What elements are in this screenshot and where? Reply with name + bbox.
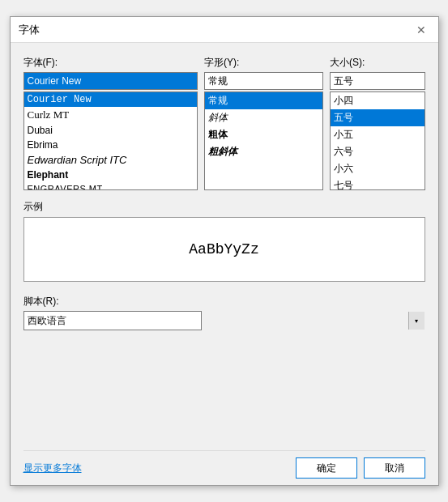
preview-section: 示例 AaBbYyZz	[23, 200, 425, 282]
preview-area: 示例 AaBbYyZz	[23, 200, 425, 282]
style-list-item[interactable]: 粗斜体	[205, 143, 322, 160]
style-list-wrapper: 常规 斜体 粗体 粗斜体	[204, 91, 323, 190]
font-column: 字体(F): Courier New Curlz MT Dubai Ebrima…	[23, 56, 198, 190]
font-list[interactable]: Courier New Curlz MT Dubai Ebrima Edward…	[24, 92, 198, 189]
dialog-body: 字体(F): Courier New Curlz MT Dubai Ebrima…	[11, 43, 438, 485]
preview-label: 示例	[23, 200, 425, 214]
bottom-section: 显示更多字体 确定 取消	[23, 450, 425, 479]
style-list-item[interactable]: 斜体	[205, 109, 322, 126]
size-list-item[interactable]: 小五	[331, 126, 425, 143]
style-column: 字形(Y): 常规 斜体 粗体 粗斜体	[204, 56, 323, 190]
size-list-item[interactable]: 五号	[331, 109, 425, 126]
script-section: 脚本(R): 西欧语言 中文(简体) 中文(繁体) 日语 韩语 ▾	[23, 295, 425, 330]
close-button[interactable]: ✕	[412, 21, 430, 39]
spacer: 显示更多字体 确定 取消	[23, 330, 425, 479]
size-list-wrapper: 小四 五号 小五 六号 小六 七号 八号	[330, 91, 425, 190]
font-list-item[interactable]: Elephant	[24, 168, 198, 182]
preview-text: AaBbYyZz	[189, 241, 258, 257]
font-list-item[interactable]: Dubai	[24, 123, 198, 138]
size-list-item[interactable]: 小六	[331, 160, 425, 177]
style-list-item[interactable]: 粗体	[205, 126, 322, 143]
font-list-item[interactable]: ENGRAVERS MT	[24, 182, 198, 189]
font-dialog: 字体 ✕ 字体(F): Courier New Curlz MT Dubai E…	[10, 16, 439, 486]
dialog-title: 字体	[19, 23, 40, 37]
ok-button[interactable]: 确定	[296, 457, 357, 479]
show-more-fonts-button[interactable]: 显示更多字体	[23, 462, 82, 475]
script-select-wrapper: 西欧语言 中文(简体) 中文(繁体) 日语 韩语 ▾	[23, 311, 425, 330]
style-label: 字形(Y):	[204, 56, 323, 70]
title-bar: 字体 ✕	[11, 17, 438, 43]
font-list-item[interactable]: Ebrima	[24, 138, 198, 152]
cancel-button[interactable]: 取消	[364, 457, 425, 479]
size-label: 大小(S):	[330, 56, 425, 70]
size-column: 大小(S): 小四 五号 小五 六号 小六 七号 八号	[330, 56, 425, 190]
style-list-item[interactable]: 常规	[205, 92, 322, 109]
script-label: 脚本(R):	[23, 295, 425, 308]
font-list-item[interactable]: Curlz MT	[24, 107, 198, 123]
font-list-item[interactable]: Edwardian Script ITC	[24, 152, 198, 168]
chevron-down-icon: ▾	[408, 312, 425, 330]
size-list[interactable]: 小四 五号 小五 六号 小六 七号 八号	[331, 92, 425, 189]
top-section: 字体(F): Courier New Curlz MT Dubai Ebrima…	[23, 56, 425, 190]
font-input[interactable]	[23, 72, 198, 90]
font-label: 字体(F):	[23, 56, 198, 70]
size-list-item[interactable]: 六号	[331, 143, 425, 160]
preview-box: AaBbYyZz	[23, 217, 425, 282]
size-list-item[interactable]: 小四	[331, 92, 425, 109]
style-input[interactable]	[204, 72, 323, 90]
script-select[interactable]: 西欧语言 中文(简体) 中文(繁体) 日语 韩语	[23, 311, 202, 330]
size-list-item[interactable]: 七号	[331, 177, 425, 189]
font-list-item[interactable]: Courier New	[24, 92, 198, 107]
font-list-wrapper: Courier New Curlz MT Dubai Ebrima Edward…	[23, 91, 198, 190]
button-group: 确定 取消	[296, 457, 425, 479]
size-input[interactable]	[330, 72, 425, 90]
style-list[interactable]: 常规 斜体 粗体 粗斜体	[205, 92, 322, 189]
